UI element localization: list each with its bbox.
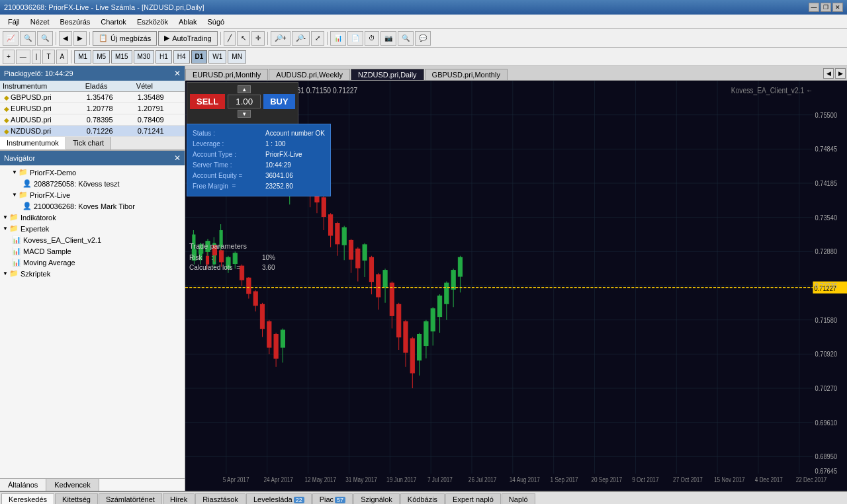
tree-item-kovesseaclientv21[interactable]: 📊Kovess_EA_Client_v2.1 bbox=[1, 234, 183, 245]
title-bar-controls[interactable]: — ❐ ✕ bbox=[809, 3, 843, 12]
lot-down-button[interactable]: ▼ bbox=[238, 110, 251, 118]
nav-tab-favorites[interactable]: Kedvencek bbox=[46, 479, 99, 491]
autotrading-button[interactable]: ▶ AutoTrading bbox=[158, 31, 218, 46]
menu-nezet[interactable]: Nézet bbox=[25, 17, 55, 27]
maximize-button[interactable]: ❐ bbox=[821, 3, 831, 12]
back-button[interactable]: ◀ bbox=[59, 31, 72, 46]
lot-up-button[interactable]: ▲ bbox=[238, 85, 251, 93]
tree-item-szkriptek[interactable]: ▼📁Szkriptek bbox=[1, 268, 183, 279]
chart-tab-prev[interactable]: ◀ bbox=[823, 68, 834, 79]
template-button[interactable]: 📄 bbox=[347, 31, 363, 46]
chart-tab-audusd[interactable]: AUDUSD.pri,Weekly bbox=[269, 69, 350, 80]
screenshot-button[interactable]: 📷 bbox=[380, 31, 396, 46]
chart-tab-eurusd[interactable]: EURUSD.pri,Monthly bbox=[185, 69, 268, 80]
tab-instrumentumok[interactable]: Instrumentumok bbox=[0, 137, 66, 149]
navigator-panel: Navigátor ✕ ▼📁PriorFX-Demo👤2088725058: K… bbox=[0, 151, 185, 491]
svg-rect-78 bbox=[328, 215, 332, 235]
tab-tick-chart[interactable]: Tick chart bbox=[66, 137, 111, 149]
period-btn5[interactable]: A bbox=[56, 50, 69, 64]
period-btn[interactable]: + bbox=[3, 50, 15, 64]
lot-input[interactable] bbox=[228, 95, 261, 108]
nav-tab-general[interactable]: Általános bbox=[0, 479, 46, 491]
zoom-in-button[interactable]: 🔍 bbox=[20, 31, 36, 46]
buy-button[interactable]: BUY bbox=[263, 94, 294, 109]
tf-w1[interactable]: W1 bbox=[208, 50, 226, 63]
chart-tab-next[interactable]: ▶ bbox=[835, 68, 846, 79]
menu-beszuras[interactable]: Beszúrás bbox=[54, 17, 95, 27]
close-button[interactable]: ✕ bbox=[832, 3, 843, 12]
menu-sugo[interactable]: Súgó bbox=[202, 17, 230, 27]
menu-file[interactable]: Fájl bbox=[3, 17, 25, 27]
market-watch-row[interactable]: ◆NZDUSD.pri 0.71226 0.71241 bbox=[0, 126, 185, 137]
zoom-chart[interactable]: 🔎+ bbox=[271, 31, 290, 46]
minimize-button[interactable]: — bbox=[809, 3, 819, 12]
bottom-tab-piac[interactable]: Piac57 bbox=[312, 493, 353, 505]
period-btn4[interactable]: T bbox=[42, 50, 54, 64]
tree-label: PriorFX-Demo bbox=[30, 169, 76, 177]
free-margin-value: 23252.80 bbox=[265, 181, 293, 192]
tf-d1[interactable]: D1 bbox=[191, 50, 208, 63]
new-order-button[interactable]: 📋 Új megbízás bbox=[93, 31, 157, 46]
chart-tab-nzdusd[interactable]: NZDUSD.pri,Daily bbox=[351, 69, 424, 80]
menu-eszkozok[interactable]: Eszközök bbox=[132, 17, 173, 27]
market-watch-row[interactable]: ◆AUDUSD.pri 0.78395 0.78409 bbox=[0, 114, 185, 126]
tf-m5[interactable]: M5 bbox=[93, 50, 110, 63]
sell-button[interactable]: SELL bbox=[190, 94, 225, 109]
period-btn3[interactable]: | bbox=[32, 50, 42, 64]
tf-m15[interactable]: M15 bbox=[111, 50, 132, 63]
tf-m1[interactable]: M1 bbox=[74, 50, 91, 63]
clock-button[interactable]: ⏱ bbox=[365, 31, 379, 46]
tree-item-2100036268-koves-mark-tibor[interactable]: 👤2100036268: Koves Mark Tibor bbox=[1, 200, 183, 212]
navigator-close[interactable]: ✕ bbox=[174, 153, 181, 163]
tree-item-macd-sample[interactable]: 📊MACD Sample bbox=[1, 245, 183, 257]
mw-symbol: ◆GBPUSD.pri bbox=[0, 92, 83, 103]
leverage-label: Leverage : bbox=[193, 139, 265, 149]
tree-item-priorfx-live[interactable]: ▼📁PriorFX-Live bbox=[1, 189, 183, 200]
fit-chart[interactable]: ⤢ bbox=[311, 31, 324, 46]
period-btn2[interactable]: — bbox=[16, 50, 30, 64]
tree-item-moving-average[interactable]: 📊Moving Average bbox=[1, 257, 183, 268]
tree-item-indiktorok[interactable]: ▼📁Indikátorok bbox=[1, 212, 183, 223]
risk-row: Risk : 10% bbox=[189, 253, 275, 263]
bottom-tab-kitettseg[interactable]: Kitettség bbox=[55, 493, 98, 505]
bottom-tab-kodbazis[interactable]: Kódbázis bbox=[400, 493, 445, 505]
tf-h4[interactable]: H4 bbox=[173, 50, 190, 63]
message-button[interactable]: 💬 bbox=[415, 31, 431, 46]
forward-button[interactable]: ▶ bbox=[73, 31, 87, 46]
bottom-tab-expert-naplo[interactable]: Expert napló bbox=[445, 493, 501, 505]
tf-h1[interactable]: H1 bbox=[156, 50, 172, 63]
cursor-tool[interactable]: ↖ bbox=[237, 31, 250, 46]
menu-ablak[interactable]: Ablak bbox=[173, 17, 202, 27]
bottom-tab-szignalok[interactable]: Szignálok bbox=[353, 493, 400, 505]
market-watch-row[interactable]: ◆GBPUSD.pri 1.35476 1.35489 bbox=[0, 92, 185, 103]
title-text: 2100036268: PriorFX-Live - Live Számla -… bbox=[4, 3, 204, 11]
bottom-tab-naplo[interactable]: Napló bbox=[502, 493, 535, 505]
tree-item-priorfx-demo[interactable]: ▼📁PriorFX-Demo bbox=[1, 167, 183, 178]
search-button[interactable]: 🔍 bbox=[398, 31, 414, 46]
account-type-value: PriorFX-Live bbox=[265, 149, 302, 160]
chart-area[interactable]: 0.71227 5 Apr 2017 24 Apr 2017 12 May 20… bbox=[185, 81, 847, 491]
account-icon: 👤 bbox=[22, 202, 32, 210]
bottom-tab-trading[interactable]: Kereskedés bbox=[1, 493, 54, 505]
tree-item-expertek[interactable]: ▼📁Expertek bbox=[1, 223, 183, 234]
svg-rect-54 bbox=[247, 278, 251, 293]
indicator-button[interactable]: 📊 bbox=[330, 31, 346, 46]
crosshair-tool[interactable]: ✛ bbox=[251, 31, 265, 46]
tf-mn[interactable]: MN bbox=[228, 50, 246, 63]
bottom-tab-leveleslada[interactable]: Levelesláda22 bbox=[246, 493, 312, 505]
new-chart-button[interactable]: 📈 bbox=[3, 31, 19, 46]
market-watch-row[interactable]: ◆EURUSD.pri 1.20778 1.20791 bbox=[0, 103, 185, 114]
tf-m30[interactable]: M30 bbox=[134, 50, 154, 63]
menu-chartok[interactable]: Chartok bbox=[95, 17, 132, 27]
line-tool[interactable]: ╱ bbox=[224, 31, 236, 46]
tree-item-2088725058-kvess-teszt[interactable]: 👤2088725058: Kövess teszt bbox=[1, 178, 183, 189]
bottom-tab-szamlatortenet[interactable]: Számlatörténet bbox=[99, 493, 162, 505]
bottom-tab-hirek[interactable]: Hírek bbox=[163, 493, 195, 505]
market-watch-close[interactable]: ✕ bbox=[174, 69, 181, 78]
leverage-value: 1 : 100 bbox=[265, 139, 286, 149]
chart-tab-gbpusd[interactable]: GBPUSD.pri,Monthly bbox=[425, 69, 508, 80]
zoom-out-button[interactable]: 🔍 bbox=[37, 31, 53, 46]
chart-tab-nav: ◀ ▶ bbox=[822, 67, 847, 80]
bottom-tab-riasztasok[interactable]: Riasztások bbox=[195, 493, 245, 505]
zoom-out-chart[interactable]: 🔎- bbox=[292, 31, 310, 46]
